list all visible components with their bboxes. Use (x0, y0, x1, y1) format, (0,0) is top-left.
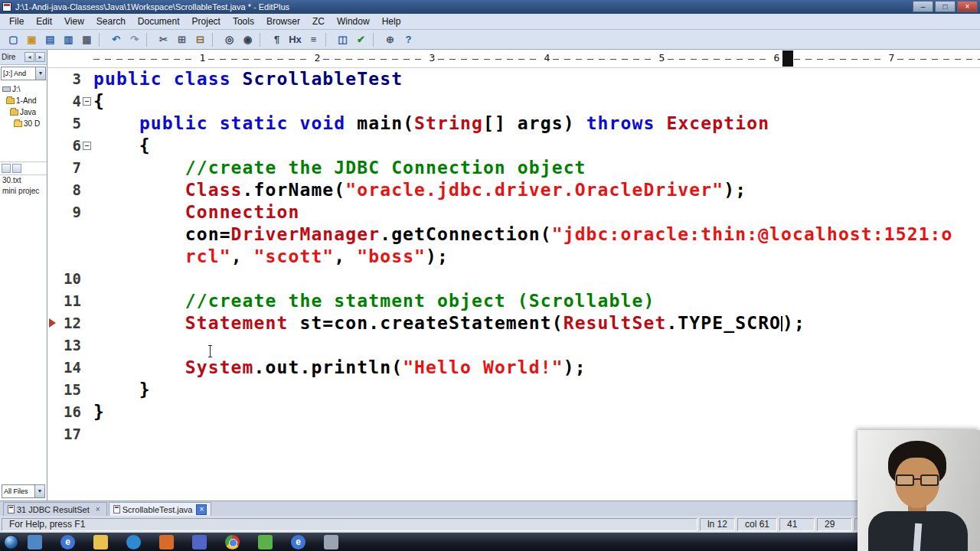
code-line-text[interactable]: con=DriverManager.getConnection("jdbc:or… (93, 223, 980, 246)
hex-viewer-icon[interactable]: Hx (286, 31, 304, 47)
menu-item-zc[interactable]: ZC (306, 15, 331, 28)
code-line-text[interactable]: } (93, 379, 980, 401)
fold-marker-icon[interactable] (81, 135, 93, 157)
new-document-icon[interactable]: ▢ (5, 31, 22, 47)
tab-close-icon[interactable]: × (196, 504, 207, 515)
list-item[interactable]: 30.txt (0, 175, 47, 186)
redo-icon[interactable]: ↷ (126, 31, 143, 47)
code-line-text[interactable]: Class.forName("oracle.jdbc.driver.Oracle… (93, 179, 980, 201)
tree-item-30-d[interactable]: 30 D (0, 118, 47, 129)
taskbar-app-indigo-icon[interactable] (192, 535, 207, 549)
chevron-down-icon[interactable]: ▼ (34, 485, 44, 497)
code-row[interactable]: 17 (47, 423, 980, 445)
code-line-text[interactable]: { (93, 135, 980, 157)
taskbar-app-green-icon[interactable] (258, 535, 273, 549)
file-filter-dropdown[interactable]: All Files ▼ (2, 484, 45, 498)
panel-toggle-1-button[interactable] (2, 164, 11, 173)
code-line-text[interactable]: } (93, 401, 980, 423)
help-icon[interactable]: ? (400, 31, 417, 47)
chevron-down-icon[interactable]: ▼ (35, 67, 45, 80)
code-row[interactable]: 15 } (47, 379, 980, 401)
menu-item-file[interactable]: File (3, 15, 30, 28)
taskbar-app-blue-icon[interactable] (28, 535, 42, 549)
syntax-check-icon[interactable]: ✔ (352, 31, 370, 47)
code-line-text[interactable]: Statement st=con.createStatement(ResultS… (93, 312, 980, 334)
paste-icon[interactable]: ⊟ (191, 31, 209, 47)
code-row[interactable]: 11 //create the statment object (Scrolla… (47, 290, 980, 312)
code-line-text[interactable] (93, 423, 980, 445)
code-row[interactable]: 16} (47, 401, 980, 423)
code-line-text[interactable]: public class ScrollableTest (93, 68, 980, 90)
code-line-text[interactable]: rcl", "scott", "boss"); (93, 246, 980, 268)
code-line-text[interactable]: //create the statment object (Scrollable… (93, 290, 980, 312)
code-row[interactable]: 12 Statement st=con.createStatement(Resu… (47, 312, 980, 334)
start-button[interactable] (4, 535, 18, 549)
code-row[interactable]: 8 Class.forName("oracle.jdbc.driver.Orac… (47, 179, 980, 201)
panel-back-button[interactable]: ◂ (24, 52, 34, 62)
code-area[interactable]: 3public class ScrollableTest4{5 public s… (47, 68, 980, 445)
menu-item-help[interactable]: Help (376, 15, 407, 28)
taskbar-folder-icon[interactable] (93, 535, 108, 549)
menu-item-view[interactable]: View (58, 15, 90, 28)
find-icon[interactable]: ◎ (220, 31, 238, 47)
close-button[interactable]: × (957, 1, 978, 12)
menu-item-edit[interactable]: Edit (30, 15, 58, 28)
menu-item-search[interactable]: Search (90, 15, 132, 28)
save-all-icon[interactable]: ▥ (60, 31, 77, 47)
code-line-text[interactable]: { (93, 90, 980, 112)
code-line-text[interactable]: System.out.println("Hello World!"); (93, 357, 980, 379)
tab-31-jdbc-resultset[interactable]: 31 JDBC ResultSet× (3, 502, 107, 516)
word-wrap-icon[interactable]: ¶ (268, 31, 286, 47)
drive-dropdown[interactable]: [J:] And ▼ (1, 67, 46, 80)
taskbar-app-grey-icon[interactable] (324, 535, 338, 549)
editor-pane[interactable]: 12345678 3public class ScrollableTest4{5… (47, 50, 980, 500)
menu-item-browser[interactable]: Browser (260, 15, 306, 28)
code-row[interactable]: rcl", "scott", "boss"); (47, 246, 980, 268)
tree-item-java[interactable]: Java (0, 106, 47, 118)
code-line-text[interactable]: public static void main(String[] args) t… (93, 112, 980, 135)
document-list-icon[interactable]: ≡ (305, 31, 322, 47)
open-file-icon[interactable]: ▣ (23, 31, 41, 47)
save-icon[interactable]: ▤ (41, 31, 59, 47)
menu-item-document[interactable]: Document (132, 15, 186, 28)
code-row[interactable]: 13 (47, 334, 980, 357)
print-icon[interactable]: ▦ (78, 31, 96, 47)
code-line-text[interactable] (93, 334, 980, 357)
collapse-box-icon[interactable] (83, 142, 91, 150)
panel-forward-button[interactable]: ▸ (35, 52, 45, 62)
code-row[interactable]: con=DriverManager.getConnection("jdbc:or… (47, 223, 980, 246)
taskbar-chrome-icon[interactable] (225, 535, 240, 549)
menu-item-window[interactable]: Window (331, 15, 376, 28)
list-item[interactable]: mini projec (0, 186, 47, 197)
code-row[interactable]: 7 //create the JDBC Connection object (47, 157, 980, 179)
minimize-button[interactable]: – (913, 1, 933, 12)
menu-item-tools[interactable]: Tools (227, 15, 260, 28)
browser-preview-icon[interactable]: ◫ (334, 31, 351, 47)
maximize-button[interactable]: □ (935, 1, 956, 12)
panel-toggle-2-button[interactable] (12, 164, 21, 173)
code-row[interactable]: 4{ (47, 90, 980, 112)
tool-settings-icon[interactable]: ⊕ (381, 31, 399, 47)
code-row[interactable]: 10 (47, 268, 980, 290)
undo-icon[interactable]: ↶ (107, 31, 125, 47)
taskbar-internet-explorer-2-icon[interactable]: e (291, 535, 305, 549)
code-line-text[interactable]: Connection (93, 201, 980, 223)
code-row[interactable]: 3public class ScrollableTest (47, 68, 980, 90)
tab-close-icon[interactable]: × (93, 505, 103, 514)
tab-scrollabletest-java[interactable]: ScrollableTest.java× (109, 502, 212, 516)
taskbar-internet-explorer-icon[interactable]: e (60, 535, 75, 549)
taskbar-media-player-icon[interactable] (126, 535, 141, 549)
cut-icon[interactable]: ✂ (155, 31, 172, 47)
code-line-text[interactable] (93, 268, 980, 290)
code-row[interactable]: 9 Connection (47, 201, 980, 223)
code-line-text[interactable]: //create the JDBC Connection object (93, 157, 980, 179)
taskbar-editplus-icon[interactable] (159, 535, 174, 549)
copy-icon[interactable]: ⊞ (173, 31, 191, 47)
menu-item-project[interactable]: Project (186, 15, 227, 28)
tree-item-j[interactable]: J:\ (0, 83, 47, 95)
tree-item-1-and[interactable]: 1-And (0, 95, 47, 106)
fold-marker-icon[interactable] (81, 90, 93, 112)
code-row[interactable]: 14 System.out.println("Hello World!"); (47, 357, 980, 379)
replace-icon[interactable]: ◉ (239, 31, 256, 47)
collapse-box-icon[interactable] (83, 97, 91, 106)
